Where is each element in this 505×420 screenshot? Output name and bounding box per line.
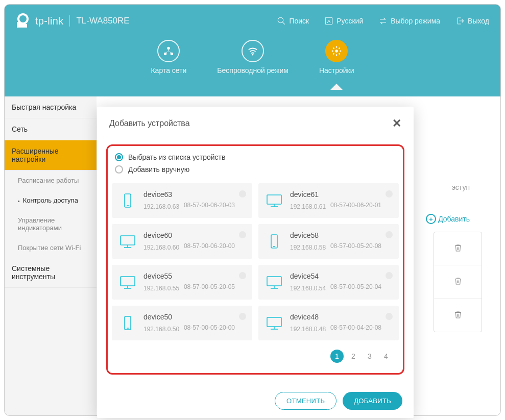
logout-link[interactable]: Выход	[455, 16, 489, 26]
sidebar-coverage[interactable]: Покрытие сети Wi-Fi	[5, 238, 97, 258]
device-info: device63192.168.0.6308-57-00-06-20-03	[143, 190, 245, 211]
radio-select-from-list[interactable]: Выбрать из списка устройств	[112, 151, 399, 163]
device-grid: device63192.168.0.6308-57-00-06-20-03dev…	[112, 183, 399, 340]
nav-settings-label: Настройки	[319, 66, 354, 75]
device-checkbox[interactable]	[239, 313, 246, 320]
svg-rect-25	[267, 277, 281, 286]
device-checkbox[interactable]	[239, 190, 246, 197]
modal-footer: ОТМЕНИТЬ ДОБАВИТЬ	[97, 384, 414, 418]
search-link[interactable]: Поиск	[277, 16, 309, 26]
svg-rect-17	[121, 236, 135, 245]
radio-add-manually[interactable]: Добавить вручную	[112, 163, 399, 176]
sidebar-led-control[interactable]: Управление индикаторами	[5, 210, 97, 238]
svg-line-4	[283, 22, 285, 24]
device-card[interactable]: device58192.168.0.5808-57-00-05-20-08	[258, 224, 399, 259]
device-ip: 192.168.0.48	[290, 326, 326, 333]
sidebar-access-control[interactable]: Контроль доступа	[5, 190, 97, 210]
language-icon: A	[324, 16, 333, 26]
device-checkbox[interactable]	[386, 190, 393, 197]
radio-manual-label: Добавить вручную	[128, 165, 189, 174]
svg-rect-30	[267, 317, 281, 327]
device-name: device48	[290, 313, 392, 321]
device-mac: 08-57-00-05-20-08	[330, 242, 381, 250]
device-checkbox[interactable]	[386, 231, 393, 238]
sidebar-quick-setup[interactable]: Быстрая настройка	[5, 96, 97, 118]
logout-label: Выход	[468, 17, 489, 25]
list-row	[434, 232, 482, 265]
svg-rect-14	[267, 195, 281, 204]
page-2[interactable]: 2	[347, 350, 360, 363]
page-3[interactable]: 3	[363, 350, 376, 363]
device-name: device60	[143, 231, 245, 239]
svg-point-3	[278, 17, 284, 23]
add-button[interactable]: ДОБАВИТЬ	[343, 392, 402, 410]
nav-wireless[interactable]: Беспроводной режим	[217, 40, 288, 75]
desktop-icon	[266, 275, 283, 290]
close-icon[interactable]: ✕	[392, 117, 401, 130]
device-ip: 192.168.0.55	[143, 285, 179, 292]
gear-icon	[325, 40, 348, 62]
nav-network-map[interactable]: Карта сети	[151, 40, 186, 75]
svg-rect-2	[21, 24, 27, 28]
device-ip: 192.168.0.61	[290, 203, 326, 210]
access-text-fragment: эступ	[452, 183, 470, 191]
svg-text:A: A	[327, 18, 331, 24]
mobile-icon	[266, 234, 283, 249]
device-name: device50	[143, 313, 245, 321]
svg-point-8	[164, 53, 167, 56]
cancel-button[interactable]: ОТМЕНИТЬ	[275, 392, 336, 410]
brand-text: tp-link	[35, 15, 63, 27]
device-info: device55192.168.0.5508-57-00-05-20-05	[143, 272, 245, 292]
device-checkbox[interactable]	[239, 272, 246, 279]
trash-icon[interactable]	[453, 243, 463, 254]
device-info: device48192.168.0.4808-57-00-04-20-08	[290, 313, 392, 333]
trash-icon[interactable]	[453, 310, 463, 320]
list-row	[434, 299, 482, 332]
mode-link[interactable]: Выбор режима	[378, 16, 440, 26]
page-4[interactable]: 4	[379, 350, 393, 363]
radio-list-label: Выбрать из списка устройств	[128, 153, 225, 161]
device-info: device54192.168.0.5408-57-00-05-20-04	[290, 272, 392, 292]
add-link[interactable]: Добавить	[426, 214, 470, 224]
language-link[interactable]: A Русский	[324, 16, 363, 26]
svg-rect-20	[271, 235, 277, 248]
device-mac: 08-57-00-06-20-03	[184, 202, 235, 209]
sidebar-system-tools[interactable]: Системные инструменты	[5, 258, 97, 288]
device-card[interactable]: device60192.168.0.6008-57-00-06-20-00	[112, 224, 252, 259]
device-checkbox[interactable]	[386, 313, 393, 320]
trash-icon[interactable]	[453, 277, 463, 287]
modal-header: Добавить устройства ✕	[97, 107, 414, 140]
device-card[interactable]: device54192.168.0.5408-57-00-05-20-04	[258, 265, 399, 300]
sidebar-schedule[interactable]: Расписание работы	[5, 170, 97, 190]
svg-point-9	[171, 53, 174, 56]
desktop-icon	[266, 193, 283, 208]
device-info: device50192.168.0.5008-57-00-05-20-00	[143, 313, 245, 333]
device-info: device61192.168.0.6108-57-00-06-20-01	[290, 190, 392, 211]
device-ip: 192.168.0.63	[143, 203, 179, 210]
wifi-icon	[242, 40, 264, 62]
page-1[interactable]: 1	[330, 350, 344, 363]
svg-rect-1	[17, 22, 21, 28]
device-card[interactable]: device50192.168.0.5008-57-00-05-20-00	[112, 306, 252, 340]
device-mac: 08-57-00-04-20-08	[330, 324, 381, 331]
device-checkbox[interactable]	[239, 231, 246, 238]
desktop-icon	[119, 234, 136, 249]
device-card[interactable]: device55192.168.0.5508-57-00-05-20-05	[112, 265, 252, 300]
device-name: device61	[290, 190, 392, 199]
device-checkbox[interactable]	[386, 272, 393, 279]
nav-settings[interactable]: Настройки	[319, 40, 354, 75]
device-card[interactable]: device61192.168.0.6108-57-00-06-20-01	[258, 183, 399, 218]
device-card[interactable]: device63192.168.0.6308-57-00-06-20-03	[112, 183, 252, 218]
pagination: 1 2 3 4	[112, 350, 399, 363]
sidebar-network[interactable]: Сеть	[5, 118, 97, 140]
sidebar: Быстрая настройка Сеть Расширенные настр…	[5, 96, 97, 415]
swap-icon	[378, 16, 388, 26]
list-row	[434, 265, 482, 299]
device-mac: 08-57-00-06-20-00	[184, 242, 235, 250]
device-card[interactable]: device48192.168.0.4808-57-00-04-20-08	[258, 306, 399, 340]
device-ip: 192.168.0.50	[143, 326, 179, 333]
desktop-icon	[266, 315, 283, 331]
radio-unchecked-icon	[115, 165, 123, 174]
sidebar-advanced[interactable]: Расширенные настройки	[5, 140, 97, 170]
header: tp-link TL-WA850RE Поиск A Русский Выбор…	[5, 5, 500, 96]
